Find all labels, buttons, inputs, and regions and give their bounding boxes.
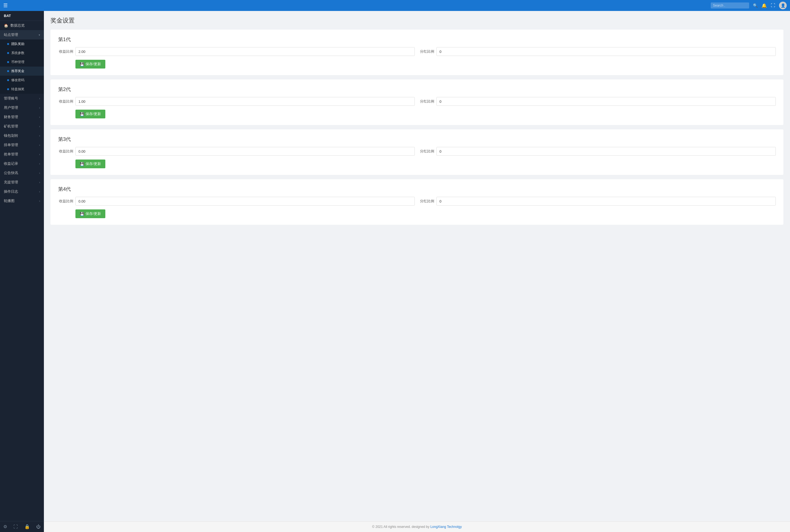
chevron-right-10: ›: [39, 190, 40, 193]
avatar[interactable]: 👤: [779, 2, 787, 9]
navbar-left: ☰: [3, 2, 8, 8]
bell-icon[interactable]: 🔔: [761, 3, 767, 8]
sidebar-item-paidang[interactable]: 排单管理 ›: [0, 140, 44, 150]
sidebar-item-home[interactable]: 🏠 数据总览: [0, 21, 44, 30]
dividend-input-2[interactable]: [437, 97, 776, 106]
sidebar-item-lunbotu[interactable]: 轮播图 ›: [0, 196, 44, 206]
form-row-gen-4: 收益比例 分红比例: [58, 197, 776, 206]
dot-icon-0: [7, 43, 9, 45]
search-input[interactable]: [711, 2, 749, 8]
sidebar-subitem-zhuanpan[interactable]: 转盘抽奖: [0, 85, 44, 94]
sidebar-section1-label: 站点管理: [4, 32, 18, 37]
hamburger-icon[interactable]: ☰: [3, 2, 8, 8]
power-icon[interactable]: ⏻: [36, 524, 41, 529]
subitem-label-4: 修改密码: [11, 78, 24, 82]
subitem-label-2: 币种管理: [11, 60, 24, 64]
sidebar-item-qianbao[interactable]: 钱包划转 ›: [0, 131, 44, 140]
dividend-input-4[interactable]: [437, 197, 776, 206]
lock-icon[interactable]: 🔒: [24, 524, 30, 529]
fullscreen-icon[interactable]: ⛶: [771, 3, 775, 8]
dot-icon-2: [7, 61, 9, 63]
save-icon-2: 💾: [80, 112, 84, 116]
form-group-earnings-2: 收益比例: [58, 97, 415, 106]
sidebar-item-guanli[interactable]: 管理账号 ›: [0, 94, 44, 103]
form-group-earnings-4: 收益比例: [58, 197, 415, 206]
form-group-earnings-1: 收益比例: [58, 47, 415, 56]
qiangdan-label: 抢单管理: [4, 152, 18, 157]
guanli-label: 管理账号: [4, 96, 18, 101]
sidebar-item-yonghu[interactable]: 用户管理 ›: [0, 103, 44, 112]
main-content: 奖金设置 第1代 收益比例 分红比例 💾: [44, 11, 790, 532]
chevron-right-8: ›: [39, 172, 40, 175]
chongti-label: 充提管理: [4, 180, 18, 185]
sidebar-item-zhandian-left: 站点管理: [4, 32, 18, 37]
subitem-left-1: 系统参数: [7, 51, 24, 55]
sidebar-subitem-bizhong[interactable]: 币种管理: [0, 58, 44, 66]
form-row-gen-2: 收益比例 分红比例: [58, 97, 776, 106]
sidebar-submenu: 团队奖励 系统参数 币种管理 推荐奖金: [0, 39, 44, 94]
save-icon-4: 💾: [80, 212, 84, 216]
sidebar-item-kuangji[interactable]: 矿机管理 ›: [0, 122, 44, 131]
form-row-gen-1: 收益比例 分红比例: [58, 47, 776, 56]
footer-link[interactable]: LongXiang Technolgy: [430, 525, 462, 529]
gonggao-label: 公告快讯: [4, 170, 18, 175]
settings-icon[interactable]: ⚙: [3, 524, 7, 529]
search-icon[interactable]: 🔍: [753, 3, 758, 8]
form-group-dividend-1: 分红比例: [419, 47, 776, 56]
subitem-left-5: 转盘抽奖: [7, 87, 24, 92]
sidebar-subitem-xitong[interactable]: 系统参数: [0, 49, 44, 58]
subitem-left-4: 修改密码: [7, 78, 24, 82]
sidebar-item-chongti[interactable]: 充提管理 ›: [0, 177, 44, 187]
save-label-2: 保存/更新: [86, 112, 101, 116]
navbar: ☰ 🔍 🔔 ⛶ 👤: [0, 0, 790, 11]
sidebar-subitem-tuijian[interactable]: 推荐奖金: [0, 66, 44, 76]
dividend-input-3[interactable]: [437, 147, 776, 156]
sidebar-item-caiwu[interactable]: 财务管理 ›: [0, 112, 44, 122]
earnings-input-3[interactable]: [75, 147, 415, 156]
save-label-3: 保存/更新: [86, 162, 101, 166]
save-row-4: 💾 保存/更新: [75, 209, 776, 218]
save-button-3[interactable]: 💾 保存/更新: [75, 159, 105, 168]
sidebar-item-zhandian[interactable]: 站点管理 ▾: [0, 30, 44, 39]
sidebar-subitem-xiugai[interactable]: 修改密码: [0, 76, 44, 85]
chevron-right-1: ›: [39, 106, 40, 109]
form-group-dividend-4: 分红比例: [419, 197, 776, 206]
gen-1-title: 第1代: [58, 36, 776, 43]
sidebar-brand: BAT: [0, 11, 44, 21]
earnings-label-4: 收益比例: [58, 199, 73, 204]
dividend-label-3: 分红比例: [419, 149, 434, 154]
chevron-right-3: ›: [39, 125, 40, 128]
save-row-3: 💾 保存/更新: [75, 159, 776, 168]
sidebar-subitem-tuandui[interactable]: 团队奖励: [0, 39, 44, 49]
earnings-input-4[interactable]: [75, 197, 415, 206]
save-label-1: 保存/更新: [86, 62, 101, 66]
page-title: 奖金设置: [51, 16, 784, 25]
dividend-label-4: 分红比例: [419, 199, 434, 204]
dot-icon-3: [7, 70, 9, 72]
save-label-4: 保存/更新: [86, 211, 101, 216]
save-row-2: 💾 保存/更新: [75, 110, 776, 118]
earnings-input-1[interactable]: [75, 47, 415, 56]
save-button-2[interactable]: 💾 保存/更新: [75, 110, 105, 118]
caiwu-label: 财务管理: [4, 115, 18, 119]
earnings-label-2: 收益比例: [58, 99, 73, 104]
gen-2-title: 第2代: [58, 86, 776, 93]
sidebar-item-home-left: 🏠 数据总览: [4, 23, 25, 28]
sidebar-item-caozuo[interactable]: 操作日志 ›: [0, 187, 44, 196]
dividend-label-2: 分红比例: [419, 99, 434, 104]
chevron-right-5: ›: [39, 144, 40, 147]
sidebar-item-shouyijilu[interactable]: 收益记录 ›: [0, 159, 44, 168]
footer: © 2021 All rights reserved. designed by …: [44, 521, 790, 532]
save-button-4[interactable]: 💾 保存/更新: [75, 209, 105, 218]
expand-icon[interactable]: ⛶: [14, 524, 18, 529]
save-button-1[interactable]: 💾 保存/更新: [75, 60, 105, 69]
chevron-right-4: ›: [39, 134, 40, 137]
subitem-label-3: 推荐奖金: [11, 69, 24, 73]
save-row-1: 💾 保存/更新: [75, 60, 776, 69]
sidebar-item-qiangdan[interactable]: 抢单管理 ›: [0, 150, 44, 159]
sidebar-home-label: 数据总览: [11, 23, 25, 28]
sidebar-item-gonggao[interactable]: 公告快讯 ›: [0, 168, 44, 177]
dividend-input-1[interactable]: [437, 47, 776, 56]
card-gen-2: 第2代 收益比例 分红比例 💾 保存/更新: [51, 79, 784, 125]
earnings-input-2[interactable]: [75, 97, 415, 106]
